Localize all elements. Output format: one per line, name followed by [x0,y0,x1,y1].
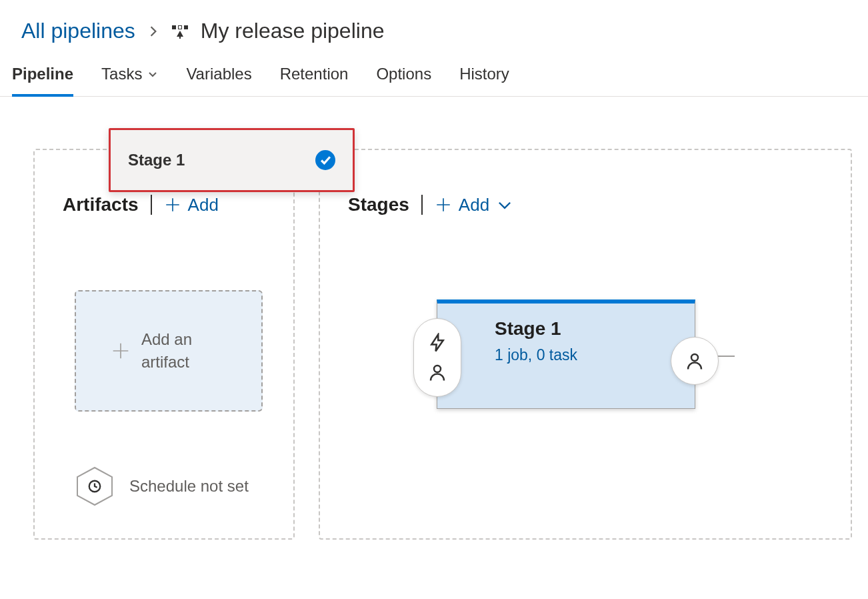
stages-panel: Stages Add Stage 1 1 job, 0 task [319,149,852,540]
tab-variables[interactable]: Variables [186,65,251,97]
trigger-icon [427,333,447,353]
stage-card-wrapper: Stage 1 1 job, 0 task [437,300,695,409]
artifacts-header: Artifacts Add [63,194,219,215]
plus-icon [164,196,181,213]
schedule-hex-icon [73,465,116,508]
stages-title: Stages [348,194,409,215]
svg-point-2 [434,366,441,372]
pipeline-canvas: Artifacts Add Add an artifact Schedule n… [0,149,868,540]
add-stage-label: Add [459,195,489,215]
tasks-dropdown-stage-label: Stage 1 [128,151,185,169]
chevron-down-icon [496,196,513,213]
divider [421,195,423,215]
pre-deployment-conditions-button[interactable] [413,318,461,397]
add-artifact-card[interactable]: Add an artifact [75,290,263,412]
schedule-button[interactable]: Schedule not set [73,465,249,508]
add-stage-button[interactable]: Add [435,195,513,215]
add-artifact-button[interactable]: Add [164,195,219,215]
page-title: My release pipeline [201,19,385,43]
breadcrumb: All pipelines My release pipeline [0,0,868,55]
stage-name: Stage 1 [495,318,676,340]
tab-pipeline[interactable]: Pipeline [12,65,73,97]
tabs: Pipeline Tasks Variables Retention Optio… [0,55,868,97]
svg-point-3 [691,354,698,361]
add-artifact-label: Add [188,195,219,215]
breadcrumb-root-link[interactable]: All pipelines [21,19,135,43]
tab-tasks-label: Tasks [101,65,142,83]
add-artifact-text: Add an artifact [141,328,228,373]
tasks-dropdown-stage-item[interactable]: Stage 1 [109,128,355,192]
pipeline-icon [171,25,189,37]
stages-header: Stages Add [348,194,513,215]
check-icon [315,150,335,170]
chevron-right-icon [147,25,159,37]
artifacts-title: Artifacts [63,194,139,215]
tab-retention[interactable]: Retention [280,65,349,97]
stage-card[interactable]: Stage 1 1 job, 0 task [437,300,695,409]
divider [151,195,152,215]
clock-icon [87,479,102,494]
schedule-text: Schedule not set [129,476,249,497]
chevron-down-icon [147,69,158,79]
artifacts-panel: Artifacts Add Add an artifact Schedule n… [33,149,295,540]
stage-detail-link[interactable]: 1 job, 0 task [495,346,676,364]
plus-icon [109,340,132,362]
tab-tasks[interactable]: Tasks [101,65,158,97]
person-icon [685,351,705,371]
tab-options[interactable]: Options [376,65,431,97]
tab-history[interactable]: History [459,65,509,97]
plus-icon [435,196,452,213]
person-icon [427,362,447,382]
post-deployment-approver-button[interactable] [671,337,719,385]
